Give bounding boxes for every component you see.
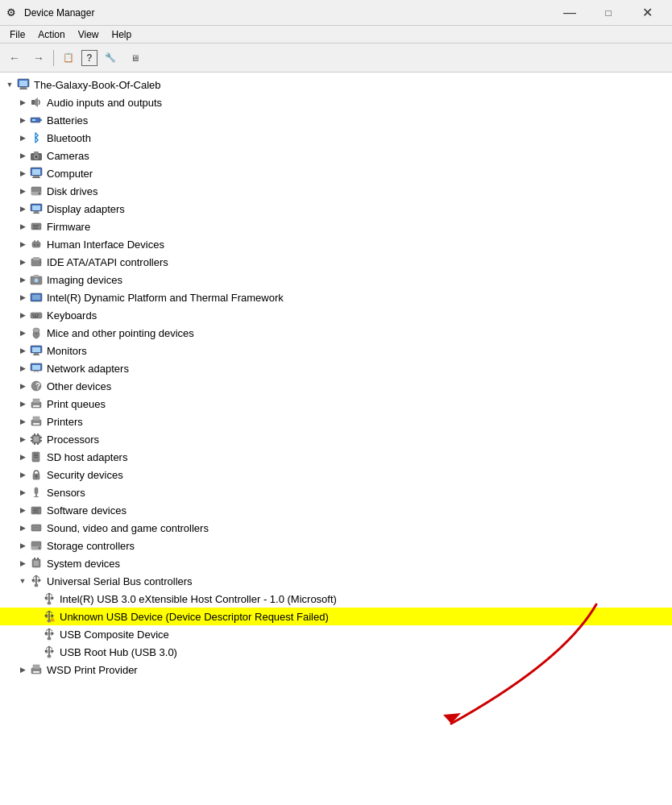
tree-item-keyboards[interactable]: Keyboards (0, 306, 672, 324)
tree-item-other[interactable]: ? Other devices (0, 377, 672, 395)
menu-view[interactable]: View (72, 27, 106, 42)
tree-item-ide[interactable]: IDE ATA/ATAPI controllers (0, 253, 672, 271)
tree-item-disk[interactable]: Disk drives (0, 182, 672, 200)
tree-item-audio[interactable]: Audio inputs and outputs (0, 93, 672, 111)
svg-rect-83 (33, 508, 39, 509)
minimize-button[interactable]: — (551, 0, 588, 26)
security-expander[interactable] (16, 468, 29, 481)
imaging-expander[interactable] (16, 273, 29, 286)
other-expander[interactable] (16, 380, 29, 392)
menu-action[interactable]: Action (31, 27, 71, 42)
tree-item-system[interactable]: System devices (0, 554, 672, 572)
tree-item-display[interactable]: Display adapters (0, 200, 672, 218)
computer-expander[interactable] (16, 167, 29, 180)
svg-rect-43 (35, 314, 36, 316)
tree-item-usb-roothub[interactable]: USB Root Hub (USB 3.0) (0, 643, 672, 661)
display-expander[interactable] (16, 202, 29, 215)
processors-expander[interactable] (16, 433, 29, 446)
sensors-label: Sensors (47, 487, 85, 499)
tree-item-imaging[interactable]: Imaging devices (0, 271, 672, 288)
usb-icon (29, 574, 44, 588)
tree-item-firmware[interactable]: Firmware (0, 218, 672, 235)
keyboards-label: Keyboards (47, 309, 97, 322)
tree-item-usb[interactable]: Universal Serial Bus controllers (0, 572, 672, 590)
firmware-expander[interactable] (16, 220, 29, 233)
svg-rect-26 (33, 226, 38, 227)
tree-item-hid[interactable]: Human Interface Devices (0, 235, 672, 253)
tree-item-wsd[interactable]: WSD Print Provider (0, 661, 672, 678)
svg-rect-125 (33, 671, 39, 673)
storage-expander[interactable] (16, 539, 29, 552)
disk-expander[interactable] (16, 185, 29, 197)
cameras-expander[interactable] (16, 149, 29, 162)
tree-item-computer[interactable]: Computer (0, 164, 672, 182)
tree-item-sensors[interactable]: Sensors (0, 483, 672, 501)
maximize-button[interactable]: □ (590, 0, 627, 26)
tree-item-storage[interactable]: Storage controllers (0, 537, 672, 554)
monitors-expander[interactable] (16, 344, 29, 357)
tree-item-security[interactable]: Security devices (0, 466, 672, 483)
batteries-expander[interactable] (16, 114, 29, 127)
tree-item-software[interactable]: Software devices (0, 501, 672, 519)
tree-item-usb-intel[interactable]: Intel(R) USB 3.0 eXtensible Host Control… (0, 590, 672, 608)
tree-item-network[interactable]: Network adapters (0, 359, 672, 377)
tree-item-usb-unknown[interactable]: ! Unknown USB Device (Device Descriptor … (0, 608, 672, 625)
close-button[interactable]: ✕ (628, 0, 666, 26)
svg-rect-16 (32, 177, 40, 178)
tree-item-intel[interactable]: Intel(R) Dynamic Platform and Thermal Fr… (0, 288, 672, 306)
ide-expander[interactable] (16, 255, 29, 268)
batteries-label: Batteries (47, 114, 88, 127)
printqueues-expander[interactable] (16, 397, 29, 410)
printqueues-label: Print queues (47, 398, 106, 410)
network-icon (29, 361, 44, 376)
wsd-expander[interactable] (16, 663, 29, 676)
menu-file[interactable]: File (3, 27, 31, 42)
root-expander[interactable] (3, 78, 16, 91)
software-expander[interactable] (16, 504, 29, 517)
tree-item-sound[interactable]: Sound, video and game controllers (0, 519, 672, 537)
tree-item-cameras[interactable]: Cameras (0, 147, 672, 164)
svg-rect-100 (35, 584, 38, 587)
keyboards-expander[interactable] (16, 309, 29, 322)
tree-item-printers[interactable]: Printers (0, 413, 672, 430)
tree-item-processors[interactable]: Processors (0, 430, 672, 448)
software-icon (29, 503, 44, 517)
usb-expander[interactable] (16, 575, 29, 587)
monitor-button[interactable]: 🖥 (123, 47, 146, 69)
bluetooth-expander[interactable] (16, 131, 29, 144)
main-content: The-Galaxy-Book-Of-Caleb Audio inputs an… (0, 73, 672, 805)
hid-label: Human Interface Devices (47, 239, 164, 251)
sound-expander[interactable] (16, 521, 29, 534)
properties-button[interactable]: 📋 (57, 47, 80, 69)
usb-unknown-icon: ! (42, 609, 56, 624)
mice-expander[interactable] (16, 326, 29, 339)
system-expander[interactable] (16, 557, 29, 570)
tree-item-mice[interactable]: Mice and other pointing devices (0, 324, 672, 342)
svg-rect-70 (31, 440, 33, 442)
intel-expander[interactable] (16, 291, 29, 304)
sensors-expander[interactable] (16, 486, 29, 499)
svg-rect-15 (33, 176, 39, 177)
tree-item-printqueues[interactable]: Print queues (0, 395, 672, 413)
forward-button[interactable]: → (27, 47, 50, 69)
tree-item-sdhost[interactable]: SD host adapters (0, 448, 672, 466)
hid-expander[interactable] (16, 238, 29, 251)
tree-item-monitors[interactable]: Monitors (0, 342, 672, 359)
network-expander[interactable] (16, 362, 29, 375)
svg-rect-52 (33, 355, 39, 355)
tree-item-bluetooth[interactable]: ᛒ Bluetooth (0, 129, 672, 147)
svg-point-35 (39, 262, 41, 263)
tree-root[interactable]: The-Galaxy-Book-Of-Caleb (0, 76, 672, 93)
sdhost-expander[interactable] (16, 450, 29, 463)
tree-item-usb-composite[interactable]: USB Composite Device (0, 625, 672, 643)
tree-item-batteries[interactable]: Batteries (0, 111, 672, 129)
help-button[interactable]: ? (81, 50, 97, 66)
svg-text:?: ? (35, 382, 40, 391)
other-label: Other devices (47, 380, 111, 392)
printers-expander[interactable] (16, 415, 29, 428)
update-driver-button[interactable]: 🔧 (99, 47, 122, 69)
back-button[interactable]: ← (3, 47, 26, 69)
disk-icon (29, 184, 44, 198)
audio-expander[interactable] (16, 96, 29, 109)
menu-help[interactable]: Help (106, 27, 139, 42)
